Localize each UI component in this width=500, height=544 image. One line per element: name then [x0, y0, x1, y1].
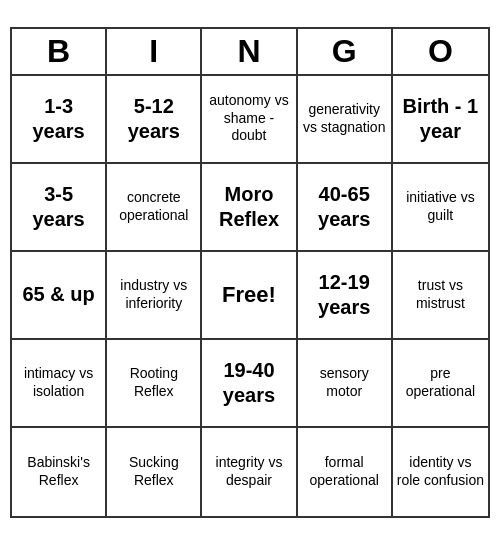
- bingo-grid: 1-3 years5-12 yearsautonomy vs shame - d…: [12, 76, 488, 516]
- bingo-cell: generativity vs stagnation: [298, 76, 393, 164]
- bingo-cell: Babinski's Reflex: [12, 428, 107, 516]
- bingo-cell: Free!: [202, 252, 297, 340]
- bingo-cell: 12-19 years: [298, 252, 393, 340]
- header-letter: B: [12, 29, 107, 74]
- bingo-cell: autonomy vs shame - doubt: [202, 76, 297, 164]
- bingo-cell: industry vs inferiority: [107, 252, 202, 340]
- bingo-cell: initiative vs guilt: [393, 164, 488, 252]
- bingo-cell: 65 & up: [12, 252, 107, 340]
- bingo-cell: formal operational: [298, 428, 393, 516]
- header-letter: G: [298, 29, 393, 74]
- bingo-cell: pre operational: [393, 340, 488, 428]
- bingo-cell: integrity vs despair: [202, 428, 297, 516]
- header-letter: I: [107, 29, 202, 74]
- bingo-header: BINGO: [12, 29, 488, 76]
- bingo-cell: sensory motor: [298, 340, 393, 428]
- bingo-cell: Birth - 1 year: [393, 76, 488, 164]
- bingo-cell: 19-40 years: [202, 340, 297, 428]
- header-letter: O: [393, 29, 488, 74]
- bingo-card: BINGO 1-3 years5-12 yearsautonomy vs sha…: [10, 27, 490, 518]
- bingo-cell: trust vs mistrust: [393, 252, 488, 340]
- bingo-cell: intimacy vs isolation: [12, 340, 107, 428]
- header-letter: N: [202, 29, 297, 74]
- bingo-cell: 1-3 years: [12, 76, 107, 164]
- bingo-cell: 5-12 years: [107, 76, 202, 164]
- bingo-cell: concrete operational: [107, 164, 202, 252]
- bingo-cell: Rooting Reflex: [107, 340, 202, 428]
- bingo-cell: 3-5 years: [12, 164, 107, 252]
- bingo-cell: 40-65 years: [298, 164, 393, 252]
- bingo-cell: Moro Reflex: [202, 164, 297, 252]
- bingo-cell: identity vs role confusion: [393, 428, 488, 516]
- bingo-cell: Sucking Reflex: [107, 428, 202, 516]
